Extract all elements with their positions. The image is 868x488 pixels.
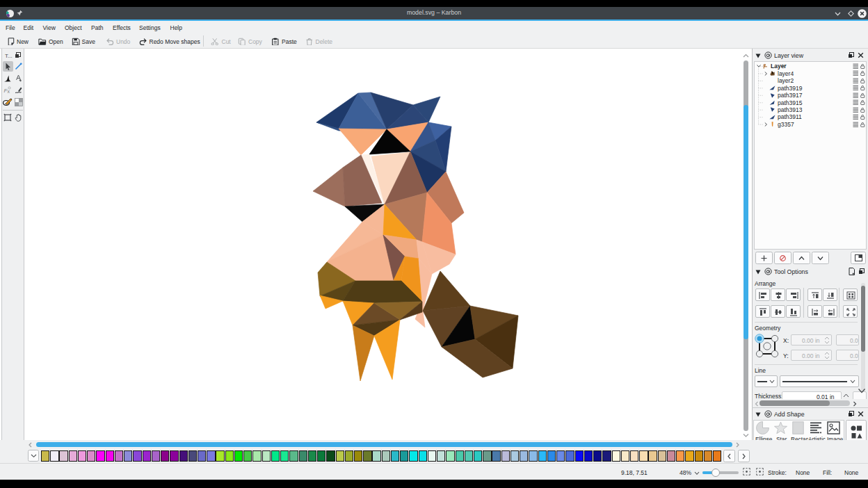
svg-text:x: x bbox=[8, 89, 10, 94]
